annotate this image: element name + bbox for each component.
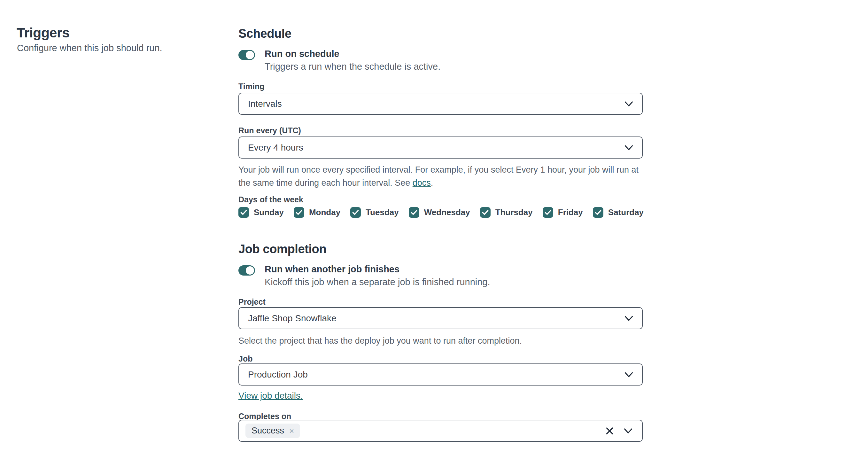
multiselect-controls [606, 427, 632, 435]
job-label: Job [239, 354, 252, 364]
day-item-saturday: Saturday [593, 207, 644, 218]
day-label: Saturday [608, 208, 644, 217]
docs-link[interactable]: docs [412, 178, 431, 188]
clear-all-icon[interactable] [606, 427, 614, 435]
chevron-down-icon[interactable] [624, 428, 632, 434]
run-on-schedule-description: Triggers a run when the schedule is acti… [265, 61, 440, 72]
day-item-thursday: Thursday [480, 207, 533, 218]
check-icon [352, 210, 359, 215]
tag-label: Success [251, 426, 284, 436]
run-every-help-text: Your job will run once every specified i… [239, 163, 648, 190]
job-select-value: Production Job [248, 370, 308, 380]
run-on-schedule-toggle[interactable] [239, 50, 255, 60]
check-icon [545, 210, 551, 215]
day-label: Monday [309, 208, 340, 217]
toggle-knob-icon [246, 266, 254, 275]
day-item-friday: Friday [542, 207, 583, 218]
triggers-settings-page: Triggers Configure when this job should … [0, 0, 868, 468]
timing-select[interactable]: Intervals [239, 93, 643, 115]
run-when-job-finishes-toggle[interactable] [239, 265, 255, 276]
day-label: Thursday [495, 208, 533, 217]
day-item-monday: Monday [294, 207, 340, 218]
help-text-suffix: . [431, 178, 433, 188]
view-job-details-link[interactable]: View job details. [239, 391, 303, 401]
day-label: Tuesday [366, 208, 399, 217]
chevron-down-icon [624, 315, 633, 321]
day-item-sunday: Sunday [239, 207, 284, 218]
project-help-text: Select the project that has the deploy j… [239, 334, 648, 347]
day-label: Wednesday [424, 208, 470, 217]
day-label: Sunday [254, 208, 284, 217]
project-label: Project [239, 297, 266, 307]
tuesday-checkbox[interactable] [350, 207, 361, 218]
saturday-checkbox[interactable] [593, 207, 603, 218]
sunday-checkbox[interactable] [239, 207, 249, 218]
schedule-section-heading: Schedule [239, 27, 291, 40]
check-icon [595, 210, 601, 215]
run-every-label: Run every (UTC) [239, 126, 301, 135]
timing-label: Timing [239, 82, 264, 91]
toggle-knob-icon [246, 51, 254, 59]
completes-on-multiselect[interactable]: Success × [239, 420, 643, 442]
page-description: Configure when this job should run. [17, 43, 162, 53]
monday-checkbox[interactable] [294, 207, 304, 218]
days-of-week-row: Sunday Monday Tuesday Wednesday Thursday… [239, 207, 644, 218]
check-icon [411, 210, 417, 215]
timing-select-value: Intervals [248, 99, 282, 109]
job-completion-section-heading: Job completion [239, 242, 326, 256]
chevron-down-icon [624, 145, 633, 150]
help-text-body: Your job will run once every specified i… [239, 165, 639, 188]
day-item-tuesday: Tuesday [350, 207, 399, 218]
run-every-select-value: Every 4 hours [248, 143, 303, 153]
completes-on-tag-success: Success × [245, 424, 300, 438]
chevron-down-icon [624, 372, 633, 377]
run-when-job-finishes-description: Kickoff this job when a separate job is … [265, 277, 490, 287]
run-on-schedule-label: Run on schedule [265, 49, 339, 59]
day-label: Friday [558, 208, 583, 217]
friday-checkbox[interactable] [542, 207, 553, 218]
thursday-checkbox[interactable] [480, 207, 491, 218]
job-select[interactable]: Production Job [239, 364, 643, 385]
project-select[interactable]: Jaffle Shop Snowflake [239, 307, 643, 329]
chevron-down-icon [624, 101, 633, 106]
run-when-job-finishes-label: Run when another job finishes [265, 264, 400, 275]
page-title: Triggers [17, 25, 70, 40]
check-icon [296, 210, 302, 215]
days-of-week-label: Days of the week [239, 195, 303, 204]
check-icon [240, 210, 247, 215]
tag-remove-icon[interactable]: × [289, 427, 294, 435]
day-item-wednesday: Wednesday [409, 207, 470, 218]
wednesday-checkbox[interactable] [409, 207, 419, 218]
project-select-value: Jaffle Shop Snowflake [248, 313, 337, 323]
run-every-select[interactable]: Every 4 hours [239, 136, 643, 159]
check-icon [482, 210, 489, 215]
view-job-details-link-line: View job details. [239, 391, 303, 401]
